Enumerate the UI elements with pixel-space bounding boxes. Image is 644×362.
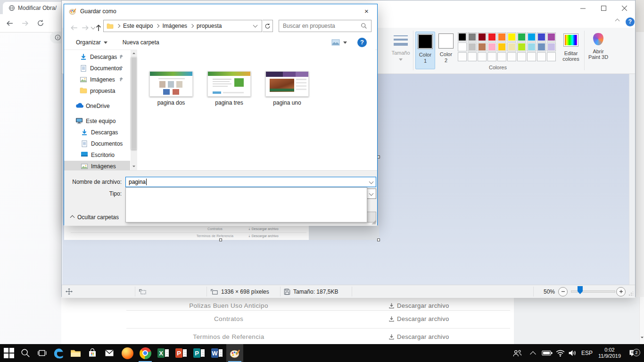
organize-button[interactable]: Organizar: [76, 39, 101, 46]
file-name[interactable]: pagina uno: [259, 99, 315, 106]
minimize-button[interactable]: [576, 4, 590, 12]
filename-input[interactable]: [126, 177, 376, 187]
palette-swatch[interactable]: [547, 42, 556, 51]
sidebar-item-documentos-2[interactable]: Documentos: [64, 138, 130, 149]
search-input[interactable]: [279, 22, 361, 30]
maximize-button[interactable]: [596, 4, 611, 12]
collapse-ribbon-icon[interactable]: [616, 19, 619, 23]
tray-people-icon[interactable]: [510, 344, 524, 362]
tray-volume-icon[interactable]: [566, 344, 579, 362]
selection-handle[interactable]: [219, 239, 222, 241]
breadcrumb-dropdown-icon[interactable]: [253, 23, 258, 28]
palette-swatch[interactable]: [468, 33, 477, 41]
taskbar-chrome-button[interactable]: [137, 344, 154, 362]
tray-chevron-up-icon[interactable]: [527, 344, 538, 362]
start-button[interactable]: [0, 344, 17, 362]
palette-swatch[interactable]: [478, 33, 487, 41]
taskbar-search-button[interactable]: [17, 344, 34, 362]
help-button[interactable]: ?: [626, 17, 635, 26]
palette-swatch[interactable]: [497, 42, 506, 51]
sidebar-item-propuesta[interactable]: propuesta: [64, 85, 130, 97]
taskbar-store-button[interactable]: [84, 344, 101, 362]
sidebar-item-este-equipo[interactable]: Este equipo: [64, 115, 130, 127]
size-button[interactable]: Tamaño: [390, 32, 412, 69]
dialog-help-button[interactable]: ?: [357, 38, 367, 47]
scroll-down-icon[interactable]: [132, 165, 136, 168]
file-thumbnail-pagina-dos[interactable]: [149, 71, 193, 97]
hide-folders-button[interactable]: Ocultar carpetas: [71, 214, 119, 221]
file-thumbnail-pagina-tres[interactable]: [207, 71, 251, 97]
palette-swatch[interactable]: [537, 42, 546, 51]
scroll-down-icon[interactable]: [640, 336, 644, 339]
action-center-button[interactable]: 2: [625, 344, 641, 362]
palette-swatch-empty[interactable]: [468, 52, 477, 61]
palette-swatch[interactable]: [527, 42, 536, 51]
palette-swatch-empty[interactable]: [487, 52, 496, 61]
sidebar-item-escritorio[interactable]: Escritorio: [64, 149, 130, 161]
palette-swatch[interactable]: [507, 42, 516, 51]
canvas-scrollbar[interactable]: [629, 74, 635, 285]
back-icon[interactable]: [6, 19, 14, 27]
selection-handle[interactable]: [377, 239, 380, 241]
open-paint3d-button[interactable]: Abrir Paint 3D: [586, 32, 611, 69]
palette-swatch[interactable]: [458, 33, 467, 41]
download-link[interactable]: Descargar archivo: [388, 315, 449, 322]
zoom-out-button[interactable]: [558, 285, 568, 298]
resize-grip[interactable]: [628, 291, 633, 296]
sidebar-item-imagenes-2[interactable]: Imágenes: [64, 161, 130, 170]
file-name[interactable]: pagina dos: [143, 99, 199, 106]
close-button[interactable]: [617, 4, 631, 12]
palette-swatch[interactable]: [487, 42, 496, 51]
breadcrumb[interactable]: Este equipo Imágenes propuesta: [103, 20, 262, 32]
taskbar-publisher-button[interactable]: P: [190, 344, 207, 362]
file-thumbnail-pagina-uno[interactable]: [265, 71, 309, 97]
taskbar-mail-button[interactable]: [101, 344, 118, 362]
zoom-in-button[interactable]: [616, 285, 626, 298]
nav-forward-button[interactable]: [80, 22, 91, 33]
palette-swatch[interactable]: [547, 33, 556, 41]
color2-button[interactable]: Color 2: [436, 32, 456, 69]
reload-icon[interactable]: [37, 19, 44, 27]
sidebar-item-descargas-2[interactable]: Descargas: [64, 127, 130, 138]
palette-swatch[interactable]: [487, 33, 496, 41]
palette-swatch-empty[interactable]: [527, 52, 536, 61]
palette-swatch[interactable]: [507, 33, 516, 41]
download-link[interactable]: Descargar archivo: [388, 333, 449, 340]
view-dropdown-icon[interactable]: [343, 41, 347, 44]
sidebar-item-descargas[interactable]: Descargas: [64, 51, 130, 63]
dialog-close-button[interactable]: ×: [356, 4, 377, 18]
tray-clock[interactable]: 0:02 11/9/2019: [595, 344, 624, 362]
filename-autocomplete-dropdown[interactable]: [125, 187, 367, 222]
palette-swatch[interactable]: [458, 42, 467, 51]
palette-swatch-empty[interactable]: [537, 52, 546, 61]
palette-swatch-empty[interactable]: [458, 52, 467, 61]
breadcrumb-item[interactable]: Imágenes: [162, 23, 187, 29]
sidebar-item-documentos[interactable]: Documentos: [64, 63, 130, 74]
palette-swatch[interactable]: [537, 33, 546, 41]
palette-swatch-empty[interactable]: [547, 52, 556, 61]
file-name[interactable]: pagina tres: [201, 99, 257, 106]
palette-swatch-empty[interactable]: [507, 52, 516, 61]
refresh-button[interactable]: [263, 20, 273, 32]
view-mode-icon[interactable]: [331, 39, 340, 46]
sidebar-item-imagenes[interactable]: Imágenes: [64, 74, 130, 85]
sidebar-item-onedrive[interactable]: OneDrive: [64, 100, 130, 112]
breadcrumb-item[interactable]: propuesta: [197, 23, 222, 29]
taskbar-explorer-button[interactable]: [67, 344, 84, 362]
sidebar-scrollbar[interactable]: [131, 49, 137, 170]
dialog-titlebar[interactable]: Guardar como: [64, 4, 377, 18]
palette-swatch[interactable]: [468, 42, 477, 51]
browser-tab[interactable]: Modificar Obra/: [3, 2, 64, 14]
breadcrumb-item[interactable]: Este equipo: [123, 23, 153, 29]
palette-swatch[interactable]: [497, 33, 506, 41]
taskbar-excel-button[interactable]: X: [155, 344, 172, 362]
tray-language[interactable]: ESP: [579, 344, 595, 362]
tray-battery-icon[interactable]: [540, 344, 553, 362]
palette-swatch[interactable]: [517, 42, 526, 51]
palette-swatch[interactable]: [478, 42, 487, 51]
task-view-button[interactable]: [33, 344, 50, 362]
scroll-up-icon[interactable]: [132, 51, 136, 55]
info-icon[interactable]: [55, 34, 61, 41]
taskbar-word-button[interactable]: W: [208, 344, 225, 362]
browser-scrollbar[interactable]: [639, 297, 644, 344]
